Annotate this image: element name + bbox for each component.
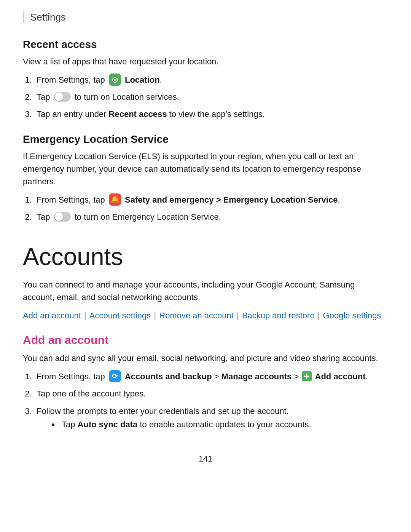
emergency-location-section: Emergency Location Service If Emergency … bbox=[23, 133, 388, 224]
bullet-before: Tap bbox=[62, 420, 78, 429]
safety-step1-before: From Settings, tap bbox=[37, 195, 107, 204]
step1-bold: Location bbox=[125, 75, 160, 85]
bullet-auto-sync: Tap Auto sync data to enable automatic u… bbox=[59, 418, 388, 431]
recent-access-description: View a list of apps that have requested … bbox=[23, 55, 388, 68]
step2-text-after: to turn on Location services. bbox=[75, 92, 179, 102]
accounts-description: You can connect to and manage your accou… bbox=[23, 278, 388, 304]
recent-access-steps: From Settings, tap ◎ Location. Tap to tu… bbox=[34, 73, 388, 121]
add-step1-bold1: Accounts and backup bbox=[125, 372, 212, 381]
emergency-location-steps: From Settings, tap 🔔 Safety and emergenc… bbox=[34, 193, 388, 224]
step1-text-before: From Settings, tap bbox=[37, 75, 107, 85]
recent-access-section: Recent access View a list of apps that h… bbox=[23, 38, 388, 121]
step-1-location: From Settings, tap ◎ Location. bbox=[34, 73, 388, 86]
safety-step1-bold: Safety and emergency > Emergency Locatio… bbox=[125, 195, 338, 204]
separator-3: | bbox=[237, 311, 241, 320]
step-1-safety: From Settings, tap 🔔 Safety and emergenc… bbox=[34, 193, 388, 206]
add-account-description: You can add and sync all your email, soc… bbox=[23, 352, 388, 364]
add-account-step-1: From Settings, tap ⟳ Accounts and backup… bbox=[34, 370, 388, 383]
settings-title: Settings bbox=[30, 11, 66, 23]
auto-sync-bold: Auto sync data bbox=[78, 420, 138, 429]
separator-4: | bbox=[318, 311, 322, 320]
emergency-step2-after: to turn on Emergency Location Service. bbox=[75, 212, 221, 222]
plus-icon bbox=[302, 371, 312, 381]
accounts-backup-icon: ⟳ bbox=[109, 370, 121, 382]
add-step1-mid: > bbox=[214, 372, 221, 381]
safety-icon: 🔔 bbox=[109, 193, 121, 206]
step3-text-after: to view the app's settings. bbox=[169, 109, 265, 119]
settings-header: Settings bbox=[23, 11, 388, 23]
toggle-icon-emergency bbox=[54, 212, 71, 222]
link-google-settings[interactable]: Google settings bbox=[323, 311, 381, 320]
add-account-subsection: Add an account You can add and sync all … bbox=[23, 334, 388, 431]
separator-2: | bbox=[154, 311, 158, 320]
bullet-after: to enable automatic updates to your acco… bbox=[140, 420, 311, 429]
link-backup-restore[interactable]: Backup and restore bbox=[242, 311, 315, 320]
add-step1-mid2: > bbox=[294, 372, 301, 381]
emergency-step2-before: Tap bbox=[37, 212, 53, 222]
add-step1-bold2: Manage accounts bbox=[221, 372, 292, 381]
accounts-section: Accounts You can connect to and manage y… bbox=[23, 243, 388, 431]
step1-period: . bbox=[160, 75, 162, 85]
add-step3-text: Follow the prompts to enter your credent… bbox=[37, 406, 289, 416]
add-step2-text: Tap one of the account types. bbox=[37, 389, 146, 398]
page-container: Settings Recent access View a list of ap… bbox=[0, 0, 411, 532]
step-2-toggle-emergency: Tap to turn on Emergency Location Servic… bbox=[34, 210, 388, 224]
step-2-toggle-location: Tap to turn on Location services. bbox=[34, 90, 388, 104]
add-account-title: Add an account bbox=[23, 334, 388, 347]
step2-text-before: Tap bbox=[37, 92, 53, 102]
emergency-location-description: If Emergency Location Service (ELS) is s… bbox=[23, 150, 388, 188]
step-3-recent-access: Tap an entry under Recent access to view… bbox=[34, 107, 388, 121]
page-number: 141 bbox=[23, 454, 388, 464]
add-step1-bold3: Add account bbox=[315, 372, 366, 381]
link-account-settings[interactable]: Account settings bbox=[89, 311, 151, 320]
add-account-steps: From Settings, tap ⟳ Accounts and backup… bbox=[34, 370, 388, 431]
emergency-location-title: Emergency Location Service bbox=[23, 133, 388, 145]
toggle-icon-location bbox=[54, 92, 71, 102]
add-account-bullets: Tap Auto sync data to enable automatic u… bbox=[59, 418, 388, 431]
link-remove-account[interactable]: Remove an account bbox=[159, 311, 234, 320]
step3-text-before: Tap an entry under bbox=[37, 109, 109, 119]
recent-access-title: Recent access bbox=[23, 38, 388, 51]
add-step1-before: From Settings, tap bbox=[37, 372, 107, 381]
step3-bold: Recent access bbox=[109, 109, 167, 119]
location-icon: ◎ bbox=[109, 73, 121, 86]
link-add-account[interactable]: Add an account bbox=[23, 311, 81, 320]
add-account-step-2: Tap one of the account types. bbox=[34, 387, 388, 400]
separator-1: | bbox=[84, 311, 89, 320]
accounts-main-title: Accounts bbox=[23, 243, 388, 271]
add-account-step-3: Follow the prompts to enter your credent… bbox=[34, 404, 388, 431]
accounts-links-row: Add an account | Account settings | Remo… bbox=[23, 309, 388, 322]
